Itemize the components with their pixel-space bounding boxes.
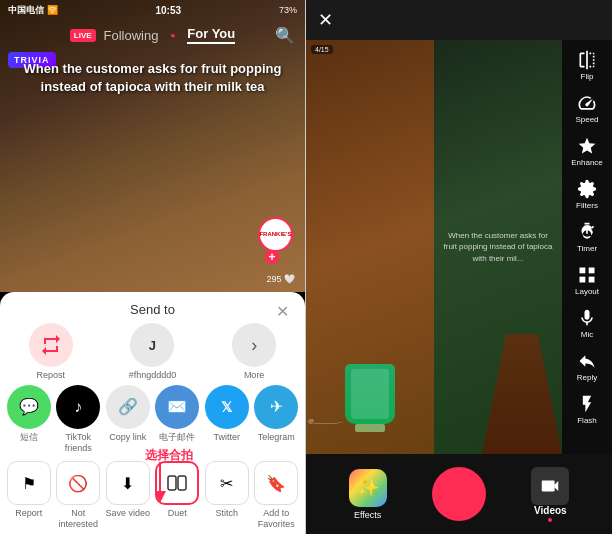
live-badge: LIVE (70, 29, 96, 42)
speed-icon (577, 93, 597, 113)
add-favorites-icon: 🔖 (254, 461, 298, 505)
copy-link-label: Copy link (109, 432, 146, 443)
filters-label: Filters (576, 201, 598, 210)
reply-icon (577, 351, 597, 371)
battery-label: 73% (279, 5, 297, 15)
more-label: More (244, 370, 265, 381)
editor-close-button[interactable]: ✕ (318, 9, 333, 31)
report-icon: ⚑ (7, 461, 51, 505)
speed-label: Speed (575, 115, 598, 124)
twitter-icon: 𝕏 (205, 385, 249, 429)
email-icon: ✉️ (155, 385, 199, 429)
nav-following[interactable]: Following (104, 28, 159, 43)
share-row-1: Repost J #fhngdddd0 › More (0, 323, 305, 381)
mic-tool[interactable]: Mic (577, 308, 597, 339)
layout-tool[interactable]: Layout (575, 265, 599, 296)
enhance-icon (577, 136, 597, 156)
more-icon: › (232, 323, 276, 367)
time-label: 10:53 (155, 5, 181, 16)
reply-label: Reply (577, 373, 597, 382)
duet-preview: 4/15 @_______... When the customer asks … (306, 40, 562, 454)
sms-button[interactable]: 💬 短信 (4, 385, 54, 454)
videos-button[interactable]: Videos (531, 467, 569, 522)
report-button[interactable]: ⚑ Report (4, 461, 54, 530)
email-button[interactable]: ✉️ 电子邮件 (153, 385, 203, 454)
sms-icon: 💬 (7, 385, 51, 429)
email-label: 电子邮件 (159, 432, 195, 443)
repost-icon (29, 323, 73, 367)
sheet-header: Send to ✕ (0, 292, 305, 323)
person-silhouette (482, 334, 562, 454)
videos-icon (531, 467, 569, 505)
telegram-icon: ✈ (254, 385, 298, 429)
copy-link-button[interactable]: 🔗 Copy link (103, 385, 153, 454)
duet-left-video: 4/15 @_______... (306, 40, 434, 454)
repost-label: Repost (37, 370, 66, 381)
flash-tool[interactable]: Flash (577, 394, 597, 425)
enhance-tool[interactable]: Enhance (571, 136, 603, 167)
twitter-button[interactable]: 𝕏 Twitter (202, 385, 252, 454)
duet-right-video: When the customer asks for fruit popping… (434, 40, 562, 454)
save-video-icon: ⬇ (106, 461, 150, 505)
not-interested-icon: 🚫 (56, 461, 100, 505)
video-counter: 4/15 (311, 45, 333, 54)
cup-visual (345, 364, 395, 434)
enhance-label: Enhance (571, 158, 603, 167)
user-tag: @_______... (308, 418, 342, 424)
user-avatar: J (130, 323, 174, 367)
not-interested-label: Not interested (54, 508, 104, 530)
stitch-icon: ✂ (205, 461, 249, 505)
timer-icon (577, 222, 597, 242)
layout-label: Layout (575, 287, 599, 296)
save-video-button[interactable]: ⬇ Save video (103, 461, 153, 530)
effects-icon: ✨ (349, 469, 387, 507)
frankies-badge[interactable]: FRANKIE'S (258, 217, 293, 252)
mic-label: Mic (581, 330, 593, 339)
flip-tool[interactable]: Flip (577, 50, 597, 81)
sms-label: 短信 (20, 432, 38, 443)
copy-link-icon: 🔗 (106, 385, 150, 429)
timer-tool[interactable]: Timer (577, 222, 597, 253)
timer-label: Timer (577, 244, 597, 253)
share-row-2: 💬 短信 ♪ TikTok friends 🔗 Copy link ✉️ (0, 385, 305, 454)
more-button[interactable]: › More (227, 323, 281, 381)
layout-icon (577, 265, 597, 285)
videos-label: Videos (534, 505, 567, 516)
record-button[interactable] (432, 467, 486, 521)
video-text-overlay: When the customer asks for fruit popping… (0, 60, 305, 96)
twitter-label: Twitter (213, 432, 240, 443)
effects-label: Effects (354, 510, 381, 520)
tiktok-friends-button[interactable]: ♪ TikTok friends (54, 385, 104, 454)
speed-tool[interactable]: Speed (575, 93, 598, 124)
stitch-label: Stitch (215, 508, 238, 519)
svg-rect-8 (589, 277, 595, 283)
frankies-plus-icon[interactable]: + (265, 250, 279, 264)
annotation-arrow (155, 457, 205, 507)
telegram-button[interactable]: ✈ Telegram (252, 385, 302, 454)
filters-tool[interactable]: Filters (576, 179, 598, 210)
not-interested-button[interactable]: 🚫 Not interested (54, 461, 104, 530)
videos-dot (548, 518, 552, 522)
sheet-title: Send to (130, 302, 175, 317)
nav-dot: ● (170, 31, 175, 40)
camera-bar: ✨ Effects Videos (306, 454, 612, 534)
stitch-button[interactable]: ✂ Stitch (202, 461, 252, 530)
effects-button[interactable]: ✨ Effects (349, 469, 387, 520)
editor-main: 4/15 @_______... When the customer asks … (306, 40, 612, 454)
user-share-button[interactable]: J #fhngdddd0 (125, 323, 179, 381)
report-label: Report (15, 508, 42, 519)
sheet-close-button[interactable]: ✕ (276, 302, 289, 321)
flash-icon (577, 394, 597, 414)
reply-tool[interactable]: Reply (577, 351, 597, 382)
svg-rect-5 (580, 268, 586, 274)
duet-right-text: When the customer asks for fruit popping… (434, 222, 562, 272)
repost-button[interactable]: Repost (24, 323, 78, 381)
flash-label: Flash (577, 416, 597, 425)
add-favorites-button[interactable]: 🔖 Add to Favorites (252, 461, 302, 530)
carrier-label: 中国电信 🛜 (8, 4, 58, 17)
share-row-3: ⚑ Report 🚫 Not interested ⬇ Save video (0, 461, 305, 530)
username-label: #fhngdddd0 (129, 370, 177, 381)
nav-foryou[interactable]: For You (187, 26, 235, 44)
svg-rect-6 (589, 268, 595, 274)
search-icon[interactable]: 🔍 (275, 26, 295, 45)
